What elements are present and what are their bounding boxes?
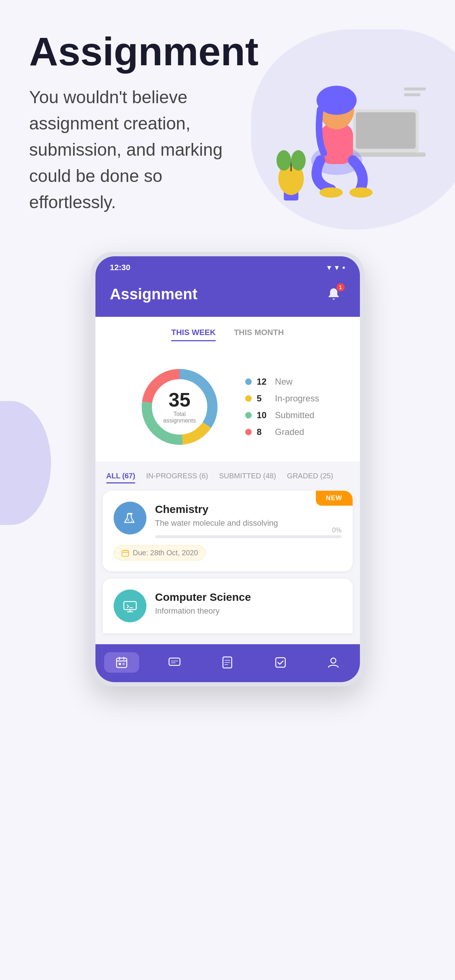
assignment-card-chemistry[interactable]: NEW Chemistry bbox=[103, 491, 353, 571]
legend-count-graded: 8 bbox=[257, 427, 270, 437]
filter-submitted[interactable]: SUBMITTED (48) bbox=[219, 472, 276, 484]
phone-screen: 12:30 ▾ ▾ ▪ Assignment 1 bbox=[95, 256, 360, 682]
nav-assignments[interactable] bbox=[210, 652, 245, 673]
notification-badge: 1 bbox=[337, 283, 345, 291]
battery-icon: ▪ bbox=[342, 263, 346, 272]
assignment-card-cs[interactable]: Computer Science Information theory bbox=[103, 579, 353, 633]
svg-rect-26 bbox=[122, 550, 128, 556]
svg-rect-41 bbox=[169, 658, 180, 665]
svg-point-8 bbox=[319, 188, 343, 197]
chart-section: 35 Total assignments 12 New bbox=[95, 348, 360, 461]
legend-count-inprogress: 5 bbox=[257, 393, 270, 404]
card-content-cs: Computer Science Information theory bbox=[114, 590, 342, 622]
legend-count-submitted: 10 bbox=[257, 410, 270, 420]
messages-icon bbox=[168, 656, 181, 669]
notification-button[interactable]: 1 bbox=[322, 283, 346, 306]
progress-bg bbox=[155, 535, 342, 538]
legend-dot-graded bbox=[245, 429, 252, 435]
phone-section: 12:30 ▾ ▾ ▪ Assignment 1 bbox=[0, 237, 455, 716]
status-time: 12:30 bbox=[110, 263, 130, 272]
new-badge: NEW bbox=[316, 491, 353, 506]
status-bar: 12:30 ▾ ▾ ▪ bbox=[95, 256, 360, 276]
nav-messages[interactable] bbox=[157, 652, 192, 673]
legend-dot-submitted bbox=[245, 412, 252, 418]
svg-point-30 bbox=[120, 596, 140, 616]
legend-dot-inprogress bbox=[245, 395, 252, 402]
legend-inprogress: 5 In-progress bbox=[245, 393, 319, 404]
svg-point-22 bbox=[120, 508, 140, 528]
cs-icon bbox=[114, 590, 146, 622]
chemistry-progress: 0% bbox=[155, 535, 342, 538]
filter-all[interactable]: ALL (67) bbox=[106, 472, 136, 484]
hero-description: You wouldn't believe assignment creation… bbox=[29, 84, 230, 215]
assignments-icon bbox=[221, 656, 234, 669]
chart-legend: 12 New 5 In-progress 10 Submitted bbox=[245, 377, 319, 437]
svg-rect-11 bbox=[404, 93, 420, 96]
svg-point-49 bbox=[331, 658, 336, 663]
donut-center: 35 Total assignments bbox=[158, 390, 201, 424]
status-icons: ▾ ▾ ▪ bbox=[327, 263, 346, 272]
nav-tasks[interactable] bbox=[263, 652, 298, 673]
cs-desc: Information theory bbox=[155, 606, 342, 616]
legend-label-graded: Graded bbox=[275, 427, 304, 437]
due-date-text: Due: 28th Oct, 2020 bbox=[133, 549, 198, 557]
this-month-tab[interactable]: THIS MONTH bbox=[234, 328, 284, 341]
donut-chart: 35 Total assignments bbox=[136, 363, 223, 450]
svg-rect-48 bbox=[276, 658, 285, 667]
total-count: 35 bbox=[158, 390, 201, 409]
page-title: Assignment bbox=[29, 29, 426, 73]
app-body: THIS WEEK THIS MONTH bbox=[95, 317, 360, 644]
tasks-icon bbox=[274, 656, 287, 669]
svg-rect-23 bbox=[127, 513, 133, 514]
svg-point-25 bbox=[131, 520, 132, 522]
chemistry-desc: The water molecule and dissolving bbox=[155, 519, 342, 528]
due-date-chemistry: Due: 28th Oct, 2020 bbox=[114, 546, 206, 560]
signal-icon: ▾ bbox=[335, 263, 339, 272]
this-week-tab[interactable]: THIS WEEK bbox=[171, 328, 216, 341]
svg-rect-39 bbox=[119, 663, 121, 665]
svg-point-24 bbox=[127, 519, 129, 521]
phone-mockup: 12:30 ▾ ▾ ▪ Assignment 1 bbox=[91, 252, 364, 687]
chemistry-percent: 0% bbox=[332, 527, 341, 534]
filter-tabs: ALL (67) IN-PROGRESS (6) SUBMITTED (48) … bbox=[95, 461, 360, 491]
app-header: Assignment 1 bbox=[95, 276, 360, 317]
filter-inprogress[interactable]: IN-PROGRESS (6) bbox=[146, 472, 208, 484]
wifi-icon: ▾ bbox=[327, 263, 331, 272]
legend-label-new: New bbox=[275, 377, 293, 387]
bottom-nav bbox=[95, 644, 360, 682]
legend-count-new: 12 bbox=[257, 377, 270, 387]
svg-point-15 bbox=[276, 150, 291, 170]
legend-label-inprogress: In-progress bbox=[275, 393, 319, 404]
cs-svg bbox=[120, 596, 140, 616]
nav-profile[interactable] bbox=[316, 652, 351, 673]
card-content-chemistry: Chemistry The water molecule and dissolv… bbox=[114, 502, 342, 538]
calendar-icon bbox=[121, 549, 129, 557]
chemistry-svg bbox=[120, 508, 140, 528]
svg-rect-10 bbox=[404, 88, 426, 91]
nav-schedule[interactable] bbox=[104, 652, 139, 673]
legend-new: 12 New bbox=[245, 377, 319, 387]
hero-section: Assignment You wouldn't believe assignme… bbox=[0, 0, 455, 237]
svg-point-9 bbox=[349, 188, 373, 197]
legend-label-submitted: Submitted bbox=[275, 410, 314, 420]
chemistry-subject: Chemistry bbox=[155, 503, 342, 515]
legend-dot-new bbox=[245, 379, 252, 385]
svg-rect-5 bbox=[320, 124, 353, 164]
svg-rect-2 bbox=[356, 112, 415, 149]
app-header-title: Assignment bbox=[110, 285, 197, 303]
cs-info: Computer Science Information theory bbox=[155, 590, 342, 616]
svg-rect-35 bbox=[117, 658, 127, 668]
legend-graded: 8 Graded bbox=[245, 427, 319, 437]
cs-subject: Computer Science bbox=[155, 591, 342, 603]
chemistry-info: Chemistry The water molecule and dissolv… bbox=[155, 502, 342, 538]
svg-rect-40 bbox=[122, 663, 125, 665]
period-tabs: THIS WEEK THIS MONTH bbox=[95, 317, 360, 348]
legend-submitted: 10 Submitted bbox=[245, 410, 319, 420]
filter-graded[interactable]: GRADED (25) bbox=[287, 472, 333, 484]
chemistry-icon bbox=[114, 502, 146, 535]
total-label: Total assignments bbox=[158, 411, 201, 424]
schedule-icon bbox=[115, 656, 128, 669]
svg-point-16 bbox=[291, 150, 306, 170]
profile-icon bbox=[327, 656, 340, 669]
